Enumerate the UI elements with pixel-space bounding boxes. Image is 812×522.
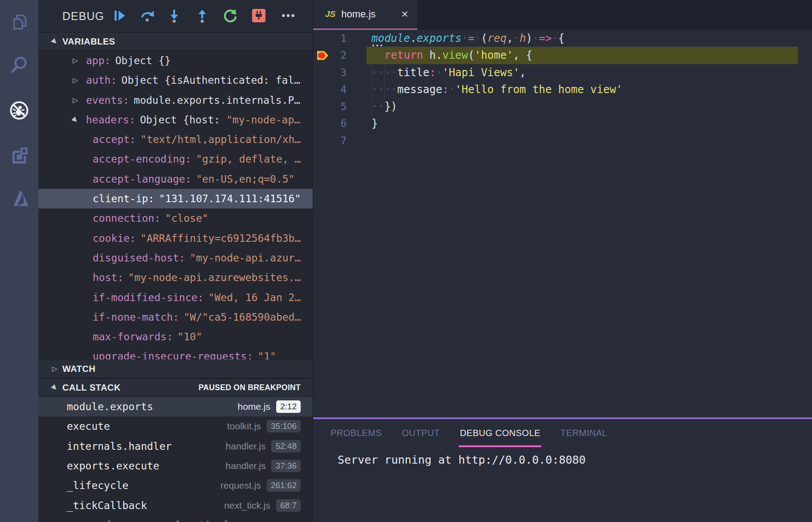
line-col-badge: 68:7 — [276, 499, 301, 512]
line-number[interactable]: 3 — [313, 64, 347, 81]
stack-frame-row[interactable]: internals.handler handler.js 52:48 — [38, 436, 313, 456]
chevron-expanded-icon[interactable]: ▶ — [49, 381, 61, 394]
watch-section-header[interactable]: ▷ WATCH — [38, 359, 313, 378]
step-into-button[interactable] — [166, 7, 183, 24]
variables-section-header[interactable]: ▶ VARIABLES — [38, 33, 313, 51]
line-number[interactable]: 6 — [313, 115, 347, 132]
debug-toolbar: DEBUG — [38, 0, 313, 33]
vscode-window: DEBUG — [0, 0, 812, 522]
code-line: 5 ··}) — [313, 98, 812, 115]
variable-row[interactable]: accept-encoding:"gzip, deflate, … — [38, 149, 313, 169]
step-out-icon — [195, 8, 209, 23]
stack-frame-row[interactable]: exports.execute handler.js 37:36 — [38, 456, 313, 476]
stack-frame-row[interactable]: execute toolkit.js 35:106 — [38, 416, 313, 436]
variable-row[interactable]: host:"my-node-api.azurewebsites.… — [38, 268, 313, 287]
chevron-expanded-icon[interactable]: ▶ — [65, 110, 86, 130]
line-number[interactable]: 2 — [313, 47, 347, 64]
continue-icon — [113, 9, 126, 22]
chevron-collapsed-icon[interactable]: ▷ — [70, 70, 80, 90]
variable-row[interactable]: disguised-host:"my-node-api.azur… — [38, 248, 313, 268]
line-col-badge: 37:36 — [271, 460, 301, 472]
variable-row[interactable]: connection:"close" — [38, 208, 313, 228]
stack-frame-row[interactable]: _lifecycle request.js 261:62 — [38, 476, 313, 495]
editor-area: JS home.js ✕ 1 module.exports·=·(req,·h)… — [313, 0, 812, 522]
chevron-collapsed-icon[interactable]: ▷ — [70, 51, 80, 70]
line-number[interactable]: 7 — [313, 132, 347, 149]
stack-frame-row-selected[interactable]: module.exports home.js 2:12 — [38, 397, 313, 416]
variable-row[interactable]: ▷ app:Object {} — [38, 51, 313, 70]
tab-debug-console[interactable]: DEBUG CONSOLE — [459, 419, 541, 447]
tab-output[interactable]: OUTPUT — [401, 419, 441, 447]
explorer-icon[interactable] — [0, 3, 38, 42]
search-icon[interactable] — [0, 45, 38, 84]
javascript-file-icon: JS — [325, 9, 335, 19]
variable-row[interactable]: max-forwards:"10" — [38, 327, 313, 347]
tab-problems[interactable]: PROBLEMS — [330, 419, 383, 447]
tab-terminal[interactable]: TERMINAL — [559, 419, 608, 447]
variables-list: ▷ app:Object {} ▷ auth:Object {isAuthent… — [38, 51, 313, 359]
line-col-badge: 52:48 — [271, 440, 301, 453]
tab-home-js[interactable]: JS home.js ✕ — [313, 0, 417, 30]
code-line-current: 2 ··return·h.view('home',·{ — [313, 47, 812, 64]
call-stack-list: module.exports home.js 2:12 execute tool… — [38, 397, 313, 522]
disconnect-button[interactable] — [250, 7, 267, 24]
stack-frame-row[interactable]: _tickCallback next_tick.js 68:7 — [38, 495, 313, 515]
bottom-panel: PROBLEMS OUTPUT DEBUG CONSOLE TERMINAL S… — [313, 417, 812, 522]
step-over-icon — [140, 8, 155, 23]
line-number[interactable]: 1 — [313, 30, 347, 47]
line-number[interactable]: 4 — [313, 81, 347, 98]
files-icon — [9, 12, 29, 33]
tab-label: home.js — [341, 8, 375, 20]
variable-row[interactable]: ▷ auth:Object {isAuthenticated: fal… — [38, 70, 313, 90]
variable-row[interactable]: accept:"text/html,application/xh… — [38, 130, 313, 149]
code-line: 6 } — [313, 115, 812, 132]
bug-disabled-icon — [8, 100, 30, 121]
variable-row[interactable]: if-modified-since:"Wed, 16 Jan 2… — [38, 288, 313, 307]
stack-frame-row[interactable]: [anonymous function] — [38, 515, 313, 522]
call-stack-section-label: CALL STACK — [62, 383, 121, 393]
step-into-icon — [167, 8, 181, 23]
disconnect-plug-icon — [252, 9, 265, 22]
restart-button[interactable] — [221, 7, 238, 24]
code-editor[interactable]: 1 module.exports·=·(req,·h)·=>·{ 2 ··ret… — [313, 30, 812, 417]
extensions-icon[interactable] — [0, 135, 38, 175]
more-actions-button[interactable] — [280, 7, 297, 24]
azure-logo-icon — [9, 187, 29, 208]
variable-row[interactable]: ▶ headers:Object {host: "my-node-ap… — [38, 110, 313, 130]
variables-section-label: VARIABLES — [62, 37, 115, 47]
variable-row-selected[interactable]: client-ip:"131.107.174.111:41516" — [38, 189, 313, 208]
variable-row[interactable]: cookie:"ARRAffinity=c6912564fb3b… — [38, 228, 313, 248]
variable-row[interactable]: ▷ events:module.exports.internals.P… — [38, 90, 313, 110]
close-icon[interactable]: ✕ — [401, 9, 408, 20]
debug-sidebar: DEBUG — [38, 0, 313, 522]
extensions-blocks-icon — [9, 145, 29, 165]
activity-bar — [0, 0, 38, 522]
code-line: 1 module.exports·=·(req,·h)·=>·{ — [313, 30, 812, 47]
panel-tab-bar: PROBLEMS OUTPUT DEBUG CONSOLE TERMINAL — [313, 419, 812, 447]
line-number[interactable]: 5 — [313, 98, 347, 115]
paused-on-breakpoint-status: PAUSED ON BREAKPOINT — [199, 383, 301, 392]
restart-icon — [223, 8, 237, 23]
ellipsis-icon — [281, 8, 295, 23]
chevron-expanded-icon[interactable]: ▶ — [49, 35, 61, 48]
debug-icon[interactable] — [0, 91, 38, 130]
step-out-button[interactable] — [194, 7, 211, 24]
line-col-badge: 35:106 — [267, 420, 301, 432]
step-over-button[interactable] — [139, 7, 156, 24]
variable-row[interactable]: accept-language:"en-US,en;q=0.5" — [38, 169, 313, 189]
line-col-badge: 2:12 — [276, 400, 301, 413]
variable-row[interactable]: if-none-match:"W/"ca5-168590abed… — [38, 307, 313, 327]
watch-section-label: WATCH — [62, 364, 95, 374]
debug-console-output: Server running at http://0.0.0.0:8080 — [338, 453, 812, 466]
sidebar-title: DEBUG — [62, 0, 104, 32]
variable-row[interactable]: upgrade-insecure-requests:"1" — [38, 347, 313, 359]
call-stack-section-header[interactable]: ▶ CALL STACK PAUSED ON BREAKPOINT — [38, 378, 313, 397]
chevron-collapsed-icon[interactable]: ▷ — [50, 365, 60, 373]
continue-button[interactable] — [111, 7, 128, 24]
azure-icon[interactable] — [0, 178, 38, 217]
line-col-badge: 261:62 — [267, 479, 301, 492]
code-line: 3 ····title:·'Hapi Views', — [313, 64, 812, 81]
code-line: 7 — [313, 132, 812, 149]
editor-tab-bar: JS home.js ✕ — [313, 0, 812, 30]
chevron-collapsed-icon[interactable]: ▷ — [70, 90, 80, 110]
